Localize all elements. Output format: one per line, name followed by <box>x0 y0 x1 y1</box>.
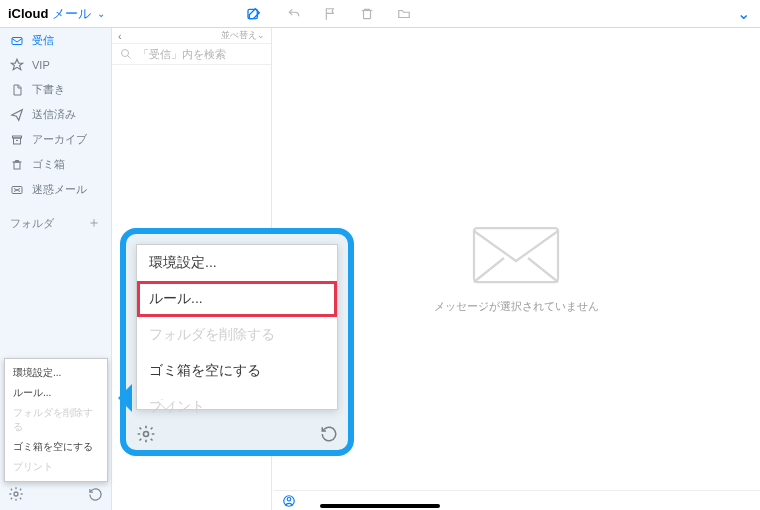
add-folder-icon[interactable]: ＋ <box>87 214 101 232</box>
sent-icon <box>10 108 24 122</box>
junk-icon <box>10 183 24 197</box>
trash-icon <box>10 158 24 172</box>
sidebar-item-sent[interactable]: 送信済み <box>0 102 111 127</box>
window-header: iCloud メール ⌄ ⌄ <box>0 0 760 28</box>
envelope-icon <box>470 225 562 285</box>
presence-icon[interactable] <box>282 494 296 508</box>
inbox-icon <box>10 34 24 48</box>
gear-menu-small: 環境設定... ルール... フォルダを削除する ゴミ箱を空にする プリント <box>4 358 108 482</box>
sidebar-item-inbox[interactable]: 受信 <box>0 28 111 53</box>
callout-footer <box>136 424 338 444</box>
menu-item-rules[interactable]: ルール... <box>137 281 337 317</box>
star-icon <box>10 58 24 72</box>
chevron-down-icon: ⌄ <box>97 8 105 19</box>
sidebar-item-label: アーカイブ <box>32 132 87 147</box>
sidebar-item-label: VIP <box>32 59 50 71</box>
menu-item-delete-folder: フォルダを削除する <box>137 317 337 353</box>
sidebar-item-label: 送信済み <box>32 107 76 122</box>
sort-button[interactable]: 並べ替え⌄ <box>221 29 265 42</box>
svg-point-8 <box>122 50 129 57</box>
svg-rect-9 <box>474 228 558 282</box>
search-input[interactable] <box>138 48 263 60</box>
menu-item-rules[interactable]: ルール... <box>5 383 107 403</box>
header-title[interactable]: iCloud メール ⌄ <box>0 5 112 23</box>
sidebar-item-label: 受信 <box>32 33 54 48</box>
brand-label: iCloud <box>8 6 48 21</box>
sort-label: 並べ替え <box>221 30 257 40</box>
callout-highlight: 環境設定... ルール... フォルダを削除する ゴミ箱を空にする プリント <box>120 228 354 456</box>
header-compose-area <box>112 6 272 22</box>
sidebar-item-drafts[interactable]: 下書き <box>0 77 111 102</box>
trash-icon[interactable] <box>360 7 374 21</box>
menu-item-delete-folder: フォルダを削除する <box>5 403 107 437</box>
menu-item-print: プリント <box>137 389 337 425</box>
menu-item-empty-trash[interactable]: ゴミ箱を空にする <box>137 353 337 389</box>
menu-item-preferences[interactable]: 環境設定... <box>5 363 107 383</box>
menu-item-preferences[interactable]: 環境設定... <box>137 245 337 281</box>
sidebar-item-trash[interactable]: ゴミ箱 <box>0 152 111 177</box>
menu-item-empty-trash[interactable]: ゴミ箱を空にする <box>5 437 107 457</box>
draft-icon <box>10 83 24 97</box>
header-actions: ⌄ <box>272 4 760 23</box>
reload-icon[interactable] <box>88 487 103 502</box>
svg-rect-5 <box>14 162 20 169</box>
svg-rect-2 <box>12 37 22 44</box>
svg-point-10 <box>144 432 149 437</box>
chevron-down-icon[interactable]: ⌄ <box>737 4 760 23</box>
search-icon <box>120 48 132 60</box>
gear-icon[interactable] <box>136 424 156 444</box>
reply-icon[interactable] <box>286 7 302 21</box>
folder-icon[interactable] <box>396 7 412 21</box>
search-bar[interactable] <box>112 44 271 65</box>
compose-icon[interactable] <box>246 6 262 22</box>
mail-label: メール <box>52 5 91 23</box>
gear-menu-large: 環境設定... ルール... フォルダを削除する ゴミ箱を空にする プリント <box>136 244 338 410</box>
sidebar-item-label: ゴミ箱 <box>32 157 65 172</box>
section-label: フォルダ <box>10 216 54 231</box>
svg-point-7 <box>14 492 18 496</box>
flag-icon[interactable] <box>324 7 338 21</box>
sidebar-item-vip[interactable]: VIP <box>0 53 111 77</box>
empty-state-text: メッセージが選択されていません <box>434 299 599 314</box>
reload-icon[interactable] <box>320 425 338 443</box>
gear-icon[interactable] <box>8 486 24 502</box>
list-toolbar: ‹ 並べ替え⌄ <box>112 28 271 44</box>
home-indicator <box>320 504 440 508</box>
svg-point-12 <box>287 497 291 501</box>
svg-rect-1 <box>364 10 371 18</box>
archive-icon <box>10 133 24 147</box>
sidebar-item-junk[interactable]: 迷惑メール <box>0 177 111 202</box>
sidebar-section-folders: フォルダ ＋ <box>0 208 111 238</box>
menu-item-print: プリント <box>5 457 107 477</box>
sidebar-item-label: 迷惑メール <box>32 182 87 197</box>
sidebar-item-archive[interactable]: アーカイブ <box>0 127 111 152</box>
sidebar-item-label: 下書き <box>32 82 65 97</box>
callout-arrow-icon <box>104 384 132 412</box>
back-icon[interactable]: ‹ <box>118 30 122 42</box>
